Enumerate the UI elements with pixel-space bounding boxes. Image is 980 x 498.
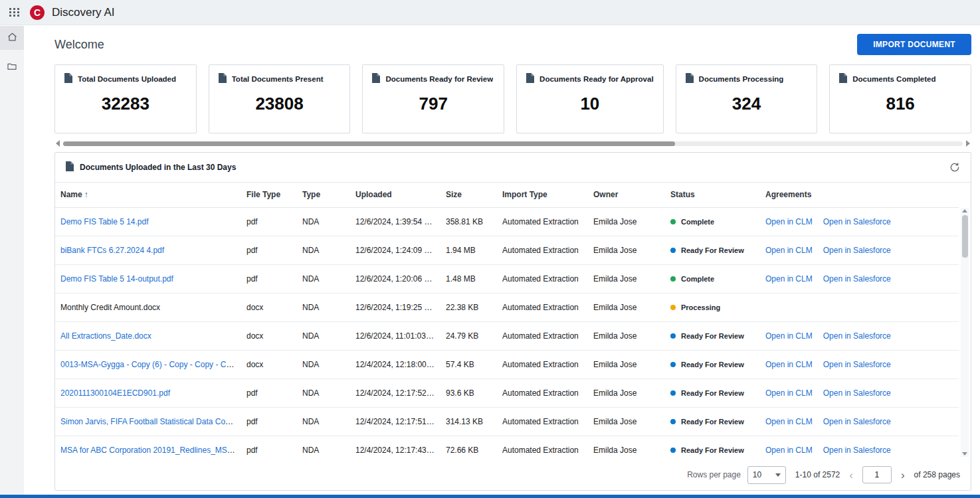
document-icon (372, 73, 380, 85)
status-badge: Ready For Review (670, 446, 755, 454)
open-in-salesforce-link[interactable]: Open in Salesforce (823, 331, 891, 341)
previous-page-button[interactable]: ‹ (849, 469, 853, 481)
table-row: MSA for ABC Corporation 20191_Redlines_M… (55, 436, 959, 459)
sidebar-item-folders[interactable] (0, 55, 24, 79)
stat-card-title: Documents Ready for Review (385, 75, 493, 83)
stat-card-title: Documents Ready for Approval (539, 75, 653, 83)
stat-card-value: 324 (676, 94, 817, 114)
open-in-clm-link[interactable]: Open in CLM (765, 331, 813, 341)
document-link[interactable]: Demo FIS Table 5 14.pdf (60, 217, 149, 226)
scroll-down-arrow-icon[interactable] (962, 452, 967, 456)
document-link[interactable]: 2020111300104E1ECD901.pdf (60, 388, 170, 398)
column-header-uploaded[interactable]: Uploaded (350, 183, 441, 207)
import-document-button[interactable]: IMPORT DOCUMENT (857, 34, 971, 55)
document-link[interactable]: 0013-MSA-Gygga - Copy (6) - Copy - Copy … (60, 360, 241, 369)
document-link[interactable]: Simon Jarvis, FIFA Football Statistical … (60, 417, 241, 426)
cell-type: NDA (297, 293, 350, 321)
status-dot-icon (670, 390, 676, 396)
conga-logo-icon: C (30, 5, 45, 20)
stat-card-processing: Documents Processing 324 (676, 64, 818, 133)
cell-owner: Emilda Jose (588, 350, 665, 378)
vertical-scrollbar-thumb[interactable] (962, 215, 968, 258)
open-in-salesforce-link[interactable]: Open in Salesforce (823, 274, 891, 284)
stat-card-total-uploaded: Total Documents Uploaded 32283 (54, 64, 197, 133)
pagination-range: 1-10 of 2572 (795, 470, 840, 479)
rows-per-page-select[interactable]: 10 (747, 466, 786, 484)
open-in-clm-link[interactable]: Open in CLM (765, 246, 813, 255)
column-header-type[interactable]: Type (297, 183, 350, 207)
stat-card-value: 816 (830, 94, 971, 114)
document-link[interactable]: MSA for ABC Corporation 20191_Redlines_M… (60, 446, 241, 455)
document-icon (839, 73, 847, 85)
column-header-size[interactable]: Size (441, 183, 497, 207)
open-in-clm-link[interactable]: Open in CLM (765, 417, 813, 426)
scroll-right-arrow-icon[interactable] (966, 140, 970, 147)
status-badge: Complete (670, 218, 755, 226)
sidebar-item-home[interactable] (0, 26, 24, 50)
cell-type: NDA (297, 350, 350, 378)
cell-size: 1.48 MB (441, 264, 497, 293)
stat-card-title: Documents Processing (699, 75, 784, 83)
open-in-clm-link[interactable]: Open in CLM (765, 217, 813, 226)
column-header-agreements: Agreements (760, 183, 959, 207)
table-row: All Extractions_Date.docx docx NDA 12/6/… (55, 321, 959, 350)
column-header-owner[interactable]: Owner (588, 183, 665, 207)
open-in-salesforce-link[interactable]: Open in Salesforce (823, 217, 891, 226)
cell-type: NDA (297, 436, 350, 459)
open-in-clm-link[interactable]: Open in CLM (765, 446, 813, 455)
open-in-salesforce-link[interactable]: Open in Salesforce (823, 446, 891, 455)
cell-import-type: Automated Extraction (497, 207, 588, 236)
cell-size: 314.13 KB (441, 407, 497, 436)
column-header-status[interactable]: Status (665, 183, 760, 207)
status-dot-icon (670, 448, 676, 453)
cell-uploaded: 12/6/2024, 11:01:03 AM (350, 321, 441, 350)
refresh-icon[interactable] (949, 162, 960, 173)
cell-uploaded: 12/6/2024, 1:20:06 PM (350, 264, 441, 293)
cell-file-type: docx (241, 293, 297, 321)
open-in-salesforce-link[interactable]: Open in Salesforce (823, 360, 891, 369)
status-dot-icon (670, 333, 676, 339)
column-header-file-type[interactable]: File Type (241, 183, 297, 207)
open-in-clm-link[interactable]: Open in CLM (765, 274, 813, 284)
document-link[interactable]: biBank FTCs 6.27.2024 4.pdf (60, 246, 164, 255)
cell-file-type: pdf (241, 378, 297, 407)
sidebar (0, 26, 24, 495)
cell-owner: Emilda Jose (588, 264, 665, 293)
stat-card-title: Total Documents Present (232, 75, 324, 83)
column-header-import-type[interactable]: Import Type (497, 183, 588, 207)
cell-uploaded: 12/4/2024, 12:17:43 AM (350, 436, 441, 459)
status-dot-icon (670, 362, 676, 367)
horizontal-scrollbar (56, 140, 970, 147)
cell-size: 72.66 KB (441, 436, 497, 459)
open-in-salesforce-link[interactable]: Open in Salesforce (823, 388, 891, 398)
cell-file-type: docx (241, 350, 297, 378)
open-in-clm-link[interactable]: Open in CLM (765, 360, 813, 369)
next-page-button[interactable]: › (901, 469, 905, 481)
scroll-up-arrow-icon[interactable] (962, 209, 967, 212)
app-launcher-icon[interactable] (7, 5, 23, 19)
stat-card-completed: Documents Completed 816 (829, 64, 971, 133)
cell-owner: Emilda Jose (588, 236, 665, 264)
open-in-salesforce-link[interactable]: Open in Salesforce (823, 417, 891, 426)
open-in-salesforce-link[interactable]: Open in Salesforce (823, 246, 891, 255)
open-in-clm-link[interactable]: Open in CLM (765, 388, 813, 398)
chevron-down-icon (775, 473, 781, 477)
column-header-name[interactable]: Name↑ (55, 183, 241, 207)
scroll-left-arrow-icon[interactable] (56, 140, 60, 147)
status-badge: Ready For Review (670, 332, 755, 340)
cell-size: 358.81 KB (441, 207, 497, 236)
table-row: 2020111300104E1ECD901.pdf pdf NDA 12/4/2… (55, 378, 959, 407)
horizontal-scrollbar-thumb[interactable] (63, 141, 675, 146)
status-badge: Ready For Review (670, 418, 755, 426)
status-badge: Ready For Review (670, 361, 755, 369)
cell-size: 22.38 KB (441, 293, 497, 321)
cell-uploaded: 12/4/2024, 12:18:00 AM (350, 350, 441, 378)
page-number-input[interactable] (862, 466, 892, 483)
cell-owner: Emilda Jose (588, 407, 665, 436)
document-link[interactable]: Demo FIS Table 5 14-output.pdf (60, 274, 173, 284)
document-link[interactable]: All Extractions_Date.docx (60, 331, 151, 341)
cell-import-type: Automated Extraction (497, 293, 588, 321)
table-row: Demo FIS Table 5 14.pdf pdf NDA 12/6/202… (55, 207, 959, 236)
stat-card-value: 10 (517, 94, 662, 114)
status-dot-icon (670, 276, 676, 282)
